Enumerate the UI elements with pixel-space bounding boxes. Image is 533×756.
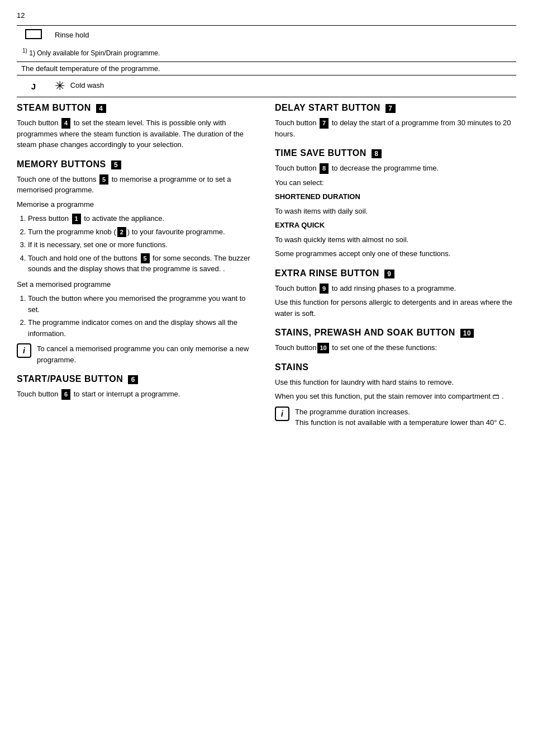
start-pause-text: Touch button 6 to start or interrupt a p… [17,389,258,400]
start-pause-inline-badge: 6 [61,389,70,400]
stains-prewash-heading: STAINS, PREWASH AND SOAK BUTTON 10 [275,328,516,338]
delay-start-badge: 7 [386,104,396,113]
stains-text2: When you set this function, put the stai… [275,391,516,402]
footnote: 1) 1) Only available for Spin/Drain prog… [17,46,516,58]
set-memorised-label: Set a memorised programme [17,279,258,290]
memory-step-4: Touch and hold one of the buttons 5 for … [28,253,258,275]
memory-info-text: To cancel a memorised programme you can … [37,343,258,365]
memory-intro: Touch one of the buttons 5 to memorise a… [17,174,258,196]
rinse-hold-icon [25,29,42,39]
step2-badge: 2 [117,227,126,238]
stains-prewash-text: Touch button10 to set one of the these f… [275,342,516,353]
start-pause-badge: 6 [128,375,138,384]
shortened-duration-label: SHORTENED DURATION [275,191,516,202]
extra-quick-text: To wash quickly items with almost no soi… [275,234,516,245]
extra-rinse-badge: 9 [384,270,394,278]
time-save-badge: 8 [372,149,382,158]
extra-quick-label: EXTRA QUICK [275,220,516,231]
memorise-label: Memorise a programme [17,199,258,210]
stains-heading: STAINS [275,362,516,372]
steam-inline-badge: 4 [61,118,70,129]
time-save-inline-badge: 8 [320,163,329,174]
extra-rinse-text2: Use this function for persons allergic t… [275,297,516,319]
memory-step-3: If it is necessary, set one or more func… [28,239,258,251]
shortened-duration-text: To wash items with daily soil. [275,206,516,217]
stains-prewash-inline-badge: 10 [317,343,329,353]
cold-wash-star-icon: ✳ [55,79,65,93]
extra-rinse-heading: EXTRA RINSE BUTTON 9 [275,268,516,278]
steam-badge: 4 [96,104,106,113]
extra-note: Some programmes accept only one of these… [275,248,516,259]
compartment-icon: 🗃 [492,391,499,402]
memory-buttons-heading: MEMORY BUTTONS 5 [17,159,258,169]
steam-button-heading: STEAM BUTTON 4 [17,103,258,113]
info-icon: i [17,343,31,358]
start-pause-heading: START/PAUSE BUTTON 6 [17,374,258,384]
stains-info-icon: i [275,407,289,421]
stains-text1: Use this function for laundry with hard … [275,377,516,388]
memory-inline-badge: 5 [99,174,108,185]
rinse-hold-label: Rinse hold [50,26,516,45]
set-memorised-list: Touch the button where you memorised the… [17,293,258,339]
memory-badge: 5 [111,160,121,169]
you-can-select: You can select: [275,177,516,188]
rinse-hold-icon-cell [17,26,50,45]
right-column: DELAY START BUTTON 7 Touch button 7 to d… [275,103,516,433]
page-number: 12 [17,11,516,20]
stains-info-box: i The programme duration increases. This… [275,407,516,428]
stains-prewash-badge: 10 [460,329,474,338]
extra-rinse-text: Touch button 9 to add rinsing phases to … [275,283,516,294]
default-temp-label: The default temperature of the programme… [17,62,516,75]
delay-inline-badge: 7 [320,118,329,129]
left-column: STEAM BUTTON 4 Touch button 4 to set the… [17,103,258,433]
set-step-2: The programme indicator comes on and the… [28,317,258,339]
cold-wash-label: Cold wash [70,81,104,89]
memory-step-1: Press button 1 to activate the appliance… [28,213,258,224]
step1-badge: 1 [72,214,81,224]
time-save-text: Touch button 8 to decrease the programme… [275,163,516,174]
extra-rinse-inline-badge: 9 [320,284,329,294]
time-save-heading: TIME SAVE BUTTON 8 [275,148,516,158]
cold-wash-row: ✳ Cold wash [50,75,516,97]
stains-info-text: The programme duration increases. This f… [295,407,506,428]
steam-button-text: Touch button 4 to set the steam level. T… [17,117,258,150]
j-label: J [17,75,50,97]
memory-step-2: Turn the programme knob (2) to your favo… [28,226,258,238]
step4-badge: 5 [141,253,150,264]
delay-start-heading: DELAY START BUTTON 7 [275,103,516,113]
memory-info-box: i To cancel a memorised programme you ca… [17,343,258,365]
memory-steps-list: Press button 1 to activate the appliance… [17,213,258,275]
set-step-1: Touch the button where you memorised the… [28,293,258,315]
delay-start-text: Touch button 7 to delay the start of a p… [275,117,516,139]
